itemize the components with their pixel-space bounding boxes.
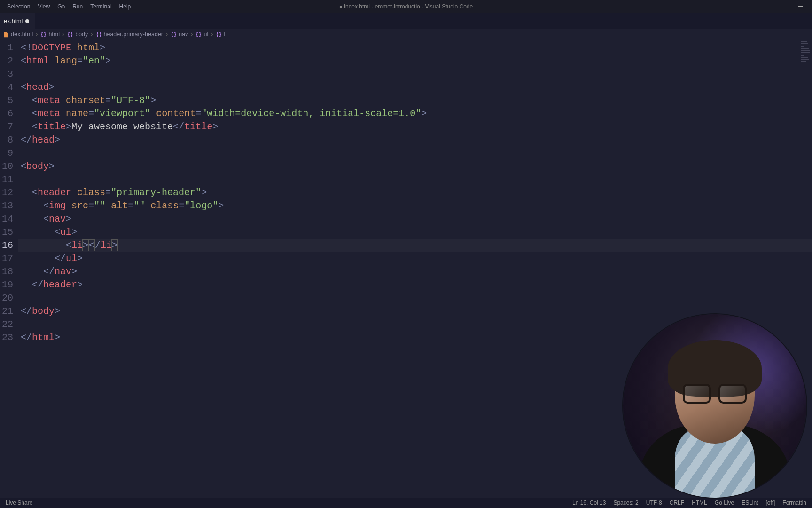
code-line[interactable] xyxy=(18,292,812,305)
code-line[interactable]: <meta charset="UTF-8"> xyxy=(18,94,812,107)
line-number: 14 xyxy=(0,213,18,226)
breadcrumb-label: html xyxy=(48,31,60,38)
tab-label: ex.html xyxy=(4,18,23,24)
code-line[interactable]: <img src="" alt="" class="logo"> xyxy=(18,199,812,213)
webcam-overlay xyxy=(623,314,806,498)
window-controls xyxy=(791,0,810,13)
menu-go[interactable]: Go xyxy=(54,1,68,12)
status-item[interactable]: CRLF xyxy=(670,500,684,506)
text-cursor xyxy=(220,201,220,211)
line-number: 20 xyxy=(0,292,18,305)
status-item[interactable]: HTML xyxy=(692,500,707,506)
breadcrumb-label: dex.html xyxy=(11,31,33,38)
code-line[interactable]: <!DOCTYPE html> xyxy=(18,41,812,55)
line-number: 16 xyxy=(0,239,18,252)
line-number: 7 xyxy=(0,120,18,134)
line-number: 19 xyxy=(0,278,18,292)
tab-bar: ex.html xyxy=(0,13,812,29)
code-line[interactable]: <body> xyxy=(18,160,812,173)
breadcrumb: dex.html›html›body›header.primary-header… xyxy=(0,29,812,40)
code-line[interactable]: </body> xyxy=(18,305,812,318)
line-number: 10 xyxy=(0,160,18,173)
code-line[interactable]: <html lang="en"> xyxy=(18,55,812,68)
code-line[interactable]: <nav> xyxy=(18,213,812,226)
status-bar: Live Share Ln 16, Col 13Spaces: 2UTF-8CR… xyxy=(0,498,812,508)
menu-run[interactable]: Run xyxy=(69,1,86,12)
window-title: ● index.html - emmet-introductio - Visua… xyxy=(339,3,473,10)
brace-icon xyxy=(216,32,222,38)
code-line[interactable]: </nav> xyxy=(18,265,812,278)
code-line[interactable]: <head> xyxy=(18,81,812,94)
code-line[interactable]: <meta name="viewport" content="width=dev… xyxy=(18,107,812,120)
breadcrumb-item[interactable]: header.primary-header xyxy=(96,31,163,38)
status-left: Live Share xyxy=(6,500,32,506)
breadcrumb-label: ul xyxy=(203,31,208,38)
menu-selection[interactable]: Selection xyxy=(4,1,33,12)
breadcrumb-item[interactable]: html xyxy=(40,31,60,38)
line-number: 6 xyxy=(0,107,18,120)
breadcrumb-label: nav xyxy=(179,31,188,38)
menu-bar: SelectionViewGoRunTerminalHelp xyxy=(4,1,134,12)
chevron-right-icon: › xyxy=(35,31,39,38)
chevron-right-icon: › xyxy=(210,31,214,38)
line-number: 22 xyxy=(0,318,18,331)
brace-icon xyxy=(96,32,102,38)
line-number: 21 xyxy=(0,305,18,318)
status-item[interactable]: Formattin xyxy=(782,500,806,506)
line-number: 18 xyxy=(0,265,18,278)
breadcrumb-item[interactable]: body xyxy=(67,31,88,38)
chevron-right-icon: › xyxy=(190,31,194,38)
tab-index-html[interactable]: ex.html xyxy=(0,13,35,29)
code-line[interactable]: <ul> xyxy=(18,226,812,239)
breadcrumb-item[interactable]: nav xyxy=(171,31,188,38)
brace-icon xyxy=(40,32,47,38)
dirty-indicator-icon xyxy=(25,19,29,23)
line-number: 4 xyxy=(0,81,18,94)
line-number: 11 xyxy=(0,173,18,186)
status-right: Ln 16, Col 13Spaces: 2UTF-8CRLFHTMLGo Li… xyxy=(572,500,806,506)
minimize-button[interactable] xyxy=(791,0,810,13)
breadcrumb-label: body xyxy=(75,31,88,38)
status-item[interactable]: UTF-8 xyxy=(646,500,662,506)
line-number: 9 xyxy=(0,147,18,160)
brace-icon xyxy=(171,32,177,38)
minimap[interactable] xyxy=(801,40,810,69)
line-number: 23 xyxy=(0,331,18,344)
breadcrumb-label: header.primary-header xyxy=(104,31,163,38)
breadcrumb-item[interactable]: li xyxy=(216,31,226,38)
breadcrumb-item[interactable]: dex.html xyxy=(3,31,33,38)
code-line[interactable]: </ul> xyxy=(18,252,812,265)
status-item[interactable]: Live Share xyxy=(6,500,32,506)
chevron-right-icon: › xyxy=(165,31,169,38)
code-line[interactable] xyxy=(18,68,812,81)
status-item[interactable]: [off] xyxy=(766,500,775,506)
code-line[interactable] xyxy=(18,147,812,160)
line-number: 15 xyxy=(0,226,18,239)
breadcrumb-label: li xyxy=(224,31,226,38)
code-line[interactable]: <header class="primary-header"> xyxy=(18,186,812,199)
menu-terminal[interactable]: Terminal xyxy=(87,1,115,12)
code-line[interactable]: <title>My awesome website</title> xyxy=(18,120,812,134)
code-line[interactable] xyxy=(18,173,812,186)
code-line[interactable]: </head> xyxy=(18,134,812,147)
line-number: 12 xyxy=(0,186,18,199)
code-line[interactable]: </header> xyxy=(18,278,812,292)
status-item[interactable]: Ln 16, Col 13 xyxy=(572,500,606,506)
status-item[interactable]: ESLint xyxy=(742,500,758,506)
line-number: 8 xyxy=(0,134,18,147)
file-icon xyxy=(3,32,9,38)
menu-view[interactable]: View xyxy=(34,1,53,12)
line-number: 2 xyxy=(0,55,18,68)
menu-help[interactable]: Help xyxy=(116,1,134,12)
status-item[interactable]: Go Live xyxy=(715,500,734,506)
brace-icon xyxy=(67,32,73,38)
breadcrumb-item[interactable]: ul xyxy=(195,31,208,38)
line-number: 3 xyxy=(0,68,18,81)
status-item[interactable]: Spaces: 2 xyxy=(613,500,638,506)
titlebar: SelectionViewGoRunTerminalHelp ● index.h… xyxy=(0,0,812,13)
code-line[interactable]: <li></li> xyxy=(18,239,812,252)
line-number: 1 xyxy=(0,41,18,55)
chevron-right-icon: › xyxy=(62,31,65,38)
svg-rect-0 xyxy=(798,6,803,7)
brace-icon xyxy=(195,32,202,38)
